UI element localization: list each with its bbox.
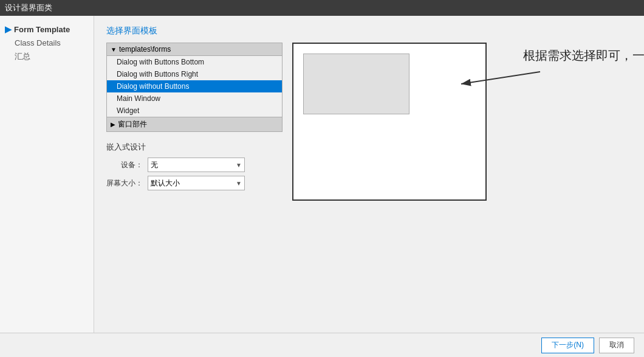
sidebar-item-form-template[interactable]: ▶ Form Template <box>0 22 94 36</box>
main-content: ▶ Form Template Class Details 汇总 选择界面模板 … <box>0 16 644 333</box>
template-list-header: ▼ templates\forms <box>107 43 282 56</box>
template-list-group-text: 窗口部件 <box>118 119 147 130</box>
screen-label: 屏幕大小： <box>106 178 143 189</box>
device-select-arrow-icon: ▼ <box>236 162 242 168</box>
screen-field-row: 屏幕大小： 默认大小 ▼ <box>106 176 283 190</box>
embedded-title: 嵌入式设计 <box>106 142 283 153</box>
device-select[interactable]: 无 ▼ <box>148 158 245 172</box>
template-item-4[interactable]: Widget <box>107 105 282 117</box>
preview-panel <box>292 43 487 201</box>
titlebar: 设计器界面类 <box>0 0 644 16</box>
bottom-bar: 下一步(N) 取消 <box>0 333 644 357</box>
device-label: 设备： <box>106 160 143 170</box>
device-field-row: 设备： 无 ▼ <box>106 158 283 172</box>
screen-select-value: 默认大小 <box>151 178 180 189</box>
template-list-header-text: templates\forms <box>119 45 171 54</box>
template-item-3[interactable]: Main Window <box>107 92 282 105</box>
center-panel: 选择界面模板 ▼ templates\forms Dialog with But… <box>94 16 644 333</box>
preview-inner-box <box>303 54 409 114</box>
template-item-0[interactable]: Dialog with Buttons Bottom <box>107 56 282 68</box>
screen-select-arrow-icon: ▼ <box>236 180 242 187</box>
header-expand-icon: ▼ <box>111 46 117 53</box>
titlebar-text: 设计器界面类 <box>5 2 52 13</box>
template-item-1[interactable]: Dialog with Buttons Right <box>107 68 282 80</box>
group-expand-icon: ▶ <box>111 121 115 128</box>
screen-select[interactable]: 默认大小 ▼ <box>148 176 245 190</box>
template-list: ▼ templates\forms Dialog with Buttons Bo… <box>106 43 283 132</box>
sidebar-sub-label-2: 汇总 <box>15 52 30 61</box>
sidebar: ▶ Form Template Class Details 汇总 <box>0 16 94 333</box>
template-list-group[interactable]: ▶ 窗口部件 <box>107 117 282 131</box>
sidebar-sub-item-summary[interactable]: 汇总 <box>0 49 94 64</box>
next-button[interactable]: 下一步(N) <box>541 338 594 353</box>
sidebar-item-label: Form Template <box>14 25 70 34</box>
sidebar-sub-label-1: Class Details <box>15 38 61 47</box>
template-item-2[interactable]: Dialog without Buttons <box>107 80 282 92</box>
device-select-value: 无 <box>151 160 158 170</box>
section-title: 选择界面模板 <box>106 26 632 36</box>
cancel-button[interactable]: 取消 <box>599 338 634 353</box>
sidebar-arrow-icon: ▶ <box>5 24 12 34</box>
annotation-text: 根据需求选择即可，一般选Dialog就行 <box>523 47 644 64</box>
content-row: ▼ templates\forms Dialog with Buttons Bo… <box>106 43 632 325</box>
sidebar-sub-item-class-details[interactable]: Class Details <box>0 36 94 49</box>
embedded-section: 嵌入式设计 设备： 无 ▼ 屏幕大小： 默认大小 ▼ <box>106 142 283 194</box>
